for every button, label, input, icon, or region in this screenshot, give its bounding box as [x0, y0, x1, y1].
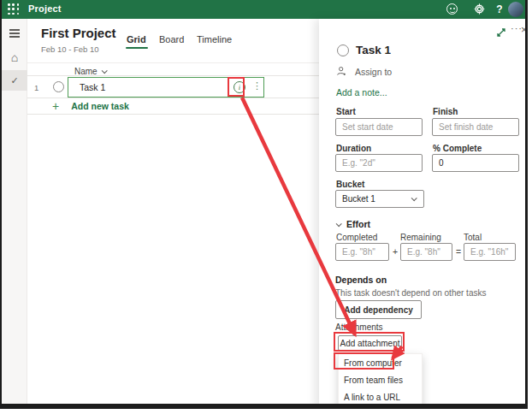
grid-addrow-line: [27, 114, 319, 115]
left-nav-rail: ⌂ ✓: [2, 19, 27, 409]
percent-complete-input[interactable]: [432, 154, 519, 172]
chevron-down-icon: [336, 221, 342, 227]
settings-gear-icon[interactable]: [472, 3, 486, 16]
tab-grid[interactable]: Grid: [127, 34, 146, 44]
menu-item-from-computer[interactable]: From computer: [339, 354, 422, 371]
equals-operator: =: [456, 246, 461, 257]
duration-label: Duration: [336, 144, 371, 153]
effort-section-header[interactable]: Effort: [336, 219, 370, 229]
menu-item-link-to-url[interactable]: A link to a URL: [339, 388, 422, 405]
row-number: 1: [34, 83, 38, 92]
bucket-dropdown[interactable]: Bucket 1: [335, 190, 424, 208]
task-name-cell[interactable]: Task 1: [80, 82, 105, 92]
add-new-task-button[interactable]: + Add new task: [52, 99, 129, 113]
duration-input[interactable]: [335, 154, 423, 172]
depends-on-header: Depends on: [335, 275, 387, 285]
assign-to-label: Assign to: [355, 67, 392, 77]
add-note-link[interactable]: Add a note...: [336, 87, 387, 98]
effort-remaining-input[interactable]: [400, 243, 452, 261]
nav-home-icon[interactable]: ⌂: [2, 47, 27, 68]
user-avatar[interactable]: [508, 2, 523, 17]
percent-complete-label: % Complete: [433, 144, 482, 153]
bucket-value: Bucket 1: [342, 194, 375, 204]
attachment-menu: From computer From team files A link to …: [338, 353, 423, 406]
app-launcher-icon[interactable]: [8, 3, 20, 15]
completed-label: Completed: [336, 233, 377, 242]
remaining-label: Remaining: [400, 233, 441, 242]
effort-total-input[interactable]: [464, 243, 516, 261]
attachments-header: Attachments: [335, 322, 383, 332]
help-icon[interactable]: ?: [493, 3, 506, 16]
nav-tasks-icon[interactable]: ✓: [2, 70, 27, 91]
app-title: Project: [28, 3, 62, 14]
total-label: Total: [464, 233, 482, 242]
start-date-input[interactable]: [335, 118, 423, 136]
menu-item-from-team-files[interactable]: From team files: [339, 371, 422, 388]
plus-icon: +: [52, 99, 59, 113]
top-app-bar: Project ?: [2, 0, 528, 19]
panel-task-title: Task 1: [356, 44, 391, 56]
chevron-down-icon: [101, 68, 107, 74]
feedback-icon[interactable]: [446, 3, 458, 15]
effort-completed-input[interactable]: [335, 243, 389, 261]
hamburger-icon: [9, 29, 20, 38]
plus-operator: +: [393, 246, 398, 257]
add-dependency-button[interactable]: Add dependency: [335, 300, 422, 319]
assign-to-field[interactable]: Assign to: [336, 66, 392, 77]
table-row[interactable]: Task 1 i ⋮: [68, 77, 264, 98]
panel-task-status-circle[interactable]: [337, 44, 349, 56]
finish-date-input[interactable]: [432, 118, 519, 136]
effort-header-label: Effort: [346, 219, 370, 229]
close-panel-icon[interactable]: ×: [521, 23, 528, 36]
depends-on-label: Depends on: [335, 275, 387, 285]
nav-menu-icon[interactable]: [2, 23, 27, 44]
add-new-task-label: Add new task: [71, 101, 129, 111]
chevron-down-icon: [411, 195, 417, 201]
tab-timeline[interactable]: Timeline: [197, 34, 232, 44]
task-status-circle[interactable]: [53, 81, 64, 92]
project-date-range: Feb 10 - Feb 10: [41, 44, 99, 54]
person-add-icon: [336, 66, 347, 77]
app-window: Project ? ⌂ ✓ First Project Feb 10 - Feb…: [0, 0, 528, 409]
add-attachment-button[interactable]: Add attachment: [338, 335, 402, 351]
grid-header-bottom-line: [27, 75, 319, 76]
expand-panel-icon[interactable]: [496, 26, 506, 41]
project-title: First Project: [41, 26, 116, 40]
task-details-panel: ··· × Task 1 Assign to Add a note... Sta…: [319, 19, 528, 409]
grid-row-line: [27, 98, 319, 98]
bucket-label: Bucket: [336, 180, 364, 189]
finish-label: Finish: [433, 107, 458, 116]
grid-header-top-line: [27, 62, 319, 63]
task-info-icon[interactable]: i: [233, 81, 245, 93]
start-label: Start: [336, 107, 356, 116]
depends-on-empty-text: This task doesn't depend on other tasks: [335, 288, 486, 298]
active-tab-indicator: [126, 47, 148, 49]
tab-board[interactable]: Board: [159, 34, 184, 44]
row-more-options-icon[interactable]: ⋮: [252, 80, 262, 92]
